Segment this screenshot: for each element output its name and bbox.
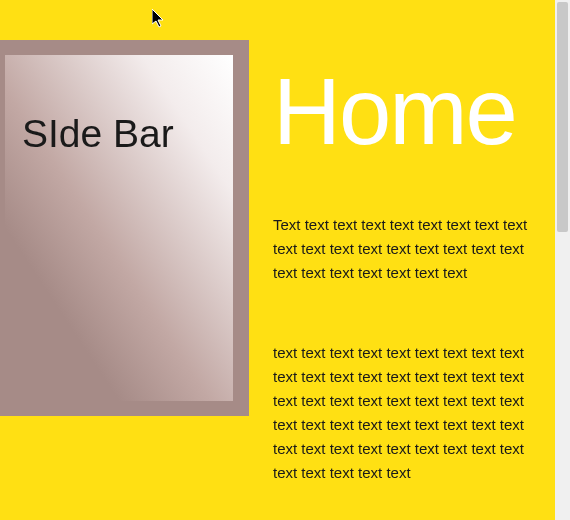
body-paragraph-2: text text text text text text text text … — [273, 341, 533, 485]
sidebar-title: SIde Bar — [22, 112, 174, 156]
scrollbar-thumb[interactable] — [557, 2, 568, 232]
cursor-icon — [152, 9, 168, 33]
sidebar-gradient-panel — [5, 55, 233, 401]
scrollbar-track[interactable] — [555, 0, 570, 520]
page-heading: Home — [273, 58, 516, 166]
sidebar — [0, 40, 249, 416]
body-paragraph-1: Text text text text text text text text … — [273, 213, 533, 285]
